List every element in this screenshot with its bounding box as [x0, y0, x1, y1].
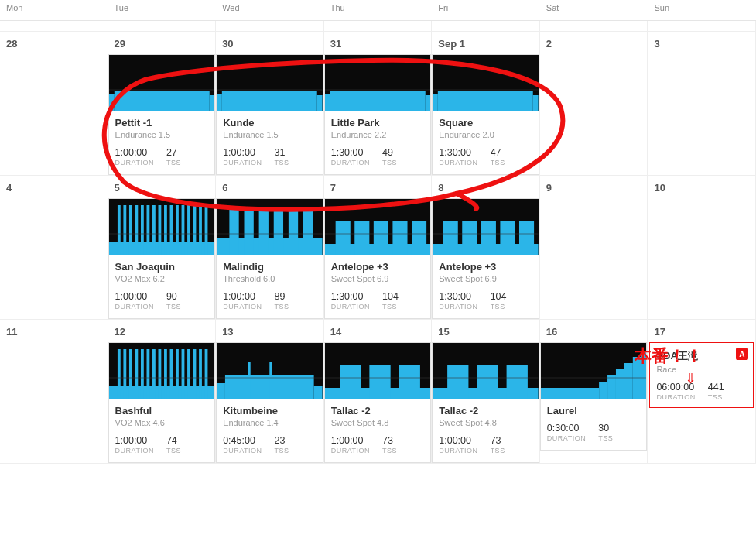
day-cell[interactable]: 31 Little Park Endurance 2.2 1:30:00 DUR…	[324, 32, 433, 176]
day-cell[interactable]: 13 Kitumbeine Endurance 1.4 0:45:00 DURA…	[216, 320, 324, 464]
duration-label: DURATION	[331, 447, 370, 454]
workout-chart	[433, 343, 539, 399]
day-cell[interactable]: 17 A SDA王滝 Race 06:00:00 DURATION 441 TS…	[648, 320, 756, 464]
day-cell[interactable]: 30 Kunde Endurance 1.5 1:00:00 DURATION	[216, 32, 324, 176]
svg-rect-12	[433, 94, 438, 111]
svg-rect-62	[146, 349, 149, 399]
svg-rect-26	[169, 205, 173, 255]
workout-tss: 23	[274, 435, 289, 446]
workout-tss: 31	[274, 147, 289, 158]
race-type: Race	[656, 365, 747, 374]
svg-rect-35	[230, 207, 239, 255]
workout-card[interactable]: Square Endurance 2.0 1:30:00 DURATION 47…	[432, 54, 539, 175]
svg-rect-9	[330, 91, 426, 111]
svg-rect-45	[374, 221, 388, 255]
day-cell[interactable]: 29 Pettit -1 Endurance 1.5 1:00:00 DURAT…	[108, 32, 217, 176]
workout-card[interactable]: Pettit -1 Endurance 1.5 1:00:00 DURATION…	[108, 54, 216, 175]
workout-name: Tallac -2	[331, 405, 425, 417]
workout-subtype: Endurance 2.0	[439, 130, 532, 139]
duration-label: DURATION	[656, 393, 695, 401]
spacer-cell	[108, 21, 217, 32]
day-cell[interactable]: 5 San Joaquin VO2 Max 6.2 1:00:00 DURATI…	[108, 176, 217, 320]
workout-subtype: Sweet Spot 6.9	[439, 274, 532, 283]
workout-card[interactable]: Tallac -2 Sweet Spot 4.8 1:00:00 DURATIO…	[432, 342, 539, 463]
workout-name: Bashful	[115, 405, 209, 417]
svg-rect-21	[141, 205, 144, 255]
day-cell[interactable]: 4	[0, 176, 108, 320]
svg-rect-18	[123, 205, 126, 255]
svg-rect-40	[303, 207, 313, 255]
svg-rect-4	[217, 94, 222, 111]
day-cell[interactable]: 12 Bashful VO2 Max 4.6 1:00:00 DURATION …	[108, 320, 217, 464]
day-number: 14	[324, 320, 432, 342]
workout-chart	[325, 199, 431, 255]
day-cell[interactable]: 7 Antelope +3 Sweet Spot 6.9 1:30:00 DUR…	[324, 176, 433, 320]
workout-card[interactable]: Antelope +3 Sweet Spot 6.9 1:30:00 DURAT…	[432, 198, 539, 319]
workout-card[interactable]: Bashful VO2 Max 4.6 1:00:00 DURATION 74 …	[108, 342, 216, 463]
workout-duration: 1:00:00	[331, 435, 370, 446]
workout-card[interactable]: Kunde Endurance 1.5 1:00:00 DURATION 31 …	[216, 54, 323, 175]
workout-chart	[325, 55, 431, 111]
workout-card[interactable]: San Joaquin VO2 Max 6.2 1:00:00 DURATION…	[108, 198, 216, 319]
workout-tss: 27	[166, 147, 181, 158]
svg-rect-10	[425, 95, 430, 111]
svg-rect-47	[412, 221, 426, 255]
day-cell[interactable]: 11	[0, 320, 108, 464]
day-cell[interactable]: 14 Tallac -2 Sweet Spot 4.8 1:00:00 DURA…	[324, 320, 433, 464]
day-number: 30	[216, 32, 323, 54]
day-cell[interactable]: 15 Tallac -2 Sweet Spot 4.8 1:00:00 DURA…	[432, 320, 540, 464]
svg-rect-92	[607, 375, 616, 399]
svg-rect-5	[222, 91, 317, 111]
workout-card[interactable]: Laurel 0:30:00 DURATION 30 TSS	[540, 342, 648, 451]
race-card[interactable]: A SDA王滝 Race 06:00:00 DURATION 441 TSS	[649, 342, 754, 408]
race-priority-badge: A	[736, 348, 748, 360]
duration-label: DURATION	[223, 303, 262, 310]
workout-card[interactable]: Malindig Threshold 6.0 1:00:00 DURATION …	[216, 198, 323, 319]
day-cell[interactable]: Sep 1 Square Endurance 2.0 1:30:00 DURAT…	[432, 32, 540, 176]
day-cell[interactable]: 6 Malindig Threshold 6.0 1:00:00 DURATIO…	[216, 176, 324, 320]
day-cell[interactable]: 2	[540, 32, 648, 176]
svg-rect-96	[641, 351, 647, 399]
workout-card[interactable]: Kitumbeine Endurance 1.4 0:45:00 DURATIO…	[216, 342, 323, 463]
svg-rect-78	[314, 386, 323, 399]
svg-rect-72	[204, 349, 207, 399]
workout-tss: 47	[491, 147, 505, 158]
tss-label: TSS	[274, 159, 289, 166]
svg-rect-94	[624, 363, 633, 399]
svg-rect-28	[181, 205, 184, 255]
day-cell[interactable]: 28	[0, 32, 108, 176]
day-number: 9	[540, 176, 648, 198]
duration-label: DURATION	[115, 447, 154, 454]
workout-name: Square	[439, 117, 532, 129]
svg-rect-20	[135, 205, 138, 255]
svg-rect-90	[541, 388, 599, 399]
day-cell[interactable]: 3	[648, 32, 756, 176]
day-cell[interactable]: 10	[648, 176, 756, 320]
svg-rect-59	[129, 349, 132, 399]
duration-label: DURATION	[331, 159, 370, 166]
day-cell[interactable]: 8 Antelope +3 Sweet Spot 6.9 1:30:00 DUR…	[432, 176, 540, 320]
day-number: 3	[648, 32, 755, 54]
svg-rect-36	[245, 207, 254, 255]
workout-card[interactable]: Little Park Endurance 2.2 1:30:00 DURATI…	[324, 54, 432, 175]
spacer-cell	[432, 21, 540, 32]
tss-label: TSS	[598, 434, 613, 442]
svg-rect-24	[158, 205, 161, 255]
workout-subtype: Endurance 2.2	[331, 130, 425, 139]
tss-label: TSS	[491, 159, 505, 166]
workout-card[interactable]: Tallac -2 Sweet Spot 4.8 1:00:00 DURATIO…	[324, 342, 432, 463]
day-number: 2	[540, 32, 648, 54]
workout-tss: 104	[491, 291, 507, 302]
race-duration: 06:00:00	[656, 382, 695, 393]
svg-rect-83	[399, 365, 419, 399]
spacer-cell	[648, 21, 756, 32]
tss-label: TSS	[274, 303, 289, 310]
duration-label: DURATION	[223, 159, 262, 166]
day-cell[interactable]: 16 Laurel 0:30:00 DURATION	[540, 320, 648, 464]
day-cell[interactable]: 9	[540, 176, 648, 320]
svg-rect-6	[317, 95, 323, 111]
workout-card[interactable]: Antelope +3 Sweet Spot 6.9 1:30:00 DURAT…	[324, 198, 432, 319]
day-number: 10	[648, 176, 755, 198]
svg-rect-43	[335, 221, 350, 255]
duration-label: DURATION	[331, 303, 370, 310]
